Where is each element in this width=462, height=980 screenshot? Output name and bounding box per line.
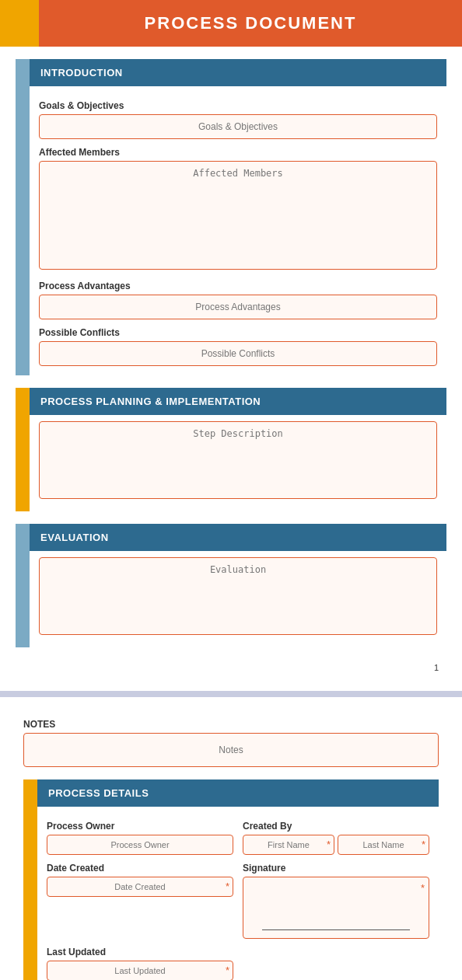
notes-wrapper [23, 733, 439, 767]
signature-col: Signature * [243, 856, 429, 939]
process-advantages-input[interactable] [39, 295, 437, 319]
evaluation-input[interactable] [39, 557, 437, 635]
first-name-wrap: * [243, 835, 334, 855]
notes-section: NOTES [23, 719, 439, 767]
affected-members-label: Affected Members [39, 147, 437, 158]
header-gold-accent [0, 0, 39, 47]
details-content: PROCESS DETAILS Process Owner Created By [37, 779, 439, 980]
details-side-accent [23, 779, 37, 980]
introduction-content: INTRODUCTION Goals & Objectives Affected… [30, 59, 446, 375]
page2: NOTES PROCESS DETAILS Process Owner [0, 703, 462, 980]
created-by-label: Created By [243, 821, 429, 832]
process-advantages-label: Process Advantages [39, 281, 437, 291]
notes-label: NOTES [23, 719, 439, 730]
process-owner-label: Process Owner [47, 821, 233, 832]
first-name-input[interactable] [243, 835, 334, 855]
evaluation-header: EVALUATION [30, 524, 446, 551]
signature-box[interactable]: * [243, 877, 429, 939]
planning-content: PROCESS PLANNING & IMPLEMENTATION [30, 388, 446, 511]
page-divider [0, 691, 462, 697]
date-created-col: Date Created * [47, 856, 233, 939]
last-updated-label: Last Updated [47, 947, 233, 957]
process-details-section: PROCESS DETAILS Process Owner Created By [23, 779, 439, 980]
last-name-required-star: * [422, 839, 425, 849]
first-name-required-star: * [327, 839, 331, 849]
process-owner-input[interactable] [47, 835, 233, 855]
date-created-wrapper: * [47, 877, 233, 897]
signature-required-star: * [421, 882, 425, 894]
evaluation-side-accent [16, 524, 30, 647]
evaluation-section: EVALUATION [16, 524, 446, 647]
evaluation-wrapper [39, 557, 437, 638]
notes-input[interactable] [23, 733, 439, 767]
introduction-side-accent [16, 59, 30, 375]
affected-members-wrapper [39, 161, 437, 273]
page-number: 1 [16, 660, 446, 675]
last-updated-required-star: * [226, 965, 229, 975]
introduction-section: INTRODUCTION Goals & Objectives Affected… [16, 59, 446, 375]
goals-objectives-label: Goals & Objectives [39, 100, 437, 111]
details-row-1: Process Owner Created By * [47, 814, 429, 855]
last-updated-input[interactable] [47, 961, 233, 980]
details-header: PROCESS DETAILS [37, 779, 439, 807]
created-by-col: Created By * * [243, 814, 429, 855]
last-updated-col: Last Updated * [47, 940, 233, 980]
step-description-input[interactable] [39, 421, 437, 499]
evaluation-content: EVALUATION [30, 524, 446, 647]
name-row: * * [243, 835, 429, 855]
affected-members-input[interactable] [39, 161, 437, 270]
goals-objectives-wrapper [39, 114, 437, 139]
signature-label: Signature [243, 863, 429, 874]
date-created-required-star: * [226, 881, 229, 891]
process-advantages-wrapper [39, 295, 437, 319]
details-row-3: Last Updated * [47, 940, 429, 980]
page-header: PROCESS DOCUMENT [0, 0, 462, 47]
process-owner-col: Process Owner [47, 814, 233, 855]
last-name-input[interactable] [338, 835, 429, 855]
possible-conflicts-input[interactable] [39, 341, 437, 366]
possible-conflicts-label: Possible Conflicts [39, 327, 437, 338]
step-description-wrapper [39, 421, 437, 502]
introduction-header: INTRODUCTION [30, 59, 446, 86]
signature-spacer-col [243, 940, 429, 980]
details-row-2: Date Created * Signature * [47, 856, 429, 939]
signature-line [262, 929, 410, 930]
planning-section: PROCESS PLANNING & IMPLEMENTATION [16, 388, 446, 511]
planning-side-accent [16, 388, 30, 511]
goals-objectives-input[interactable] [39, 114, 437, 139]
process-owner-wrapper [47, 835, 233, 855]
date-created-input[interactable] [47, 877, 233, 897]
date-created-label: Date Created [47, 863, 233, 874]
document-title: PROCESS DOCUMENT [39, 13, 462, 33]
last-updated-wrapper: * [47, 961, 233, 980]
last-name-wrap: * [338, 835, 429, 855]
possible-conflicts-wrapper [39, 341, 437, 366]
planning-header: PROCESS PLANNING & IMPLEMENTATION [30, 388, 446, 415]
